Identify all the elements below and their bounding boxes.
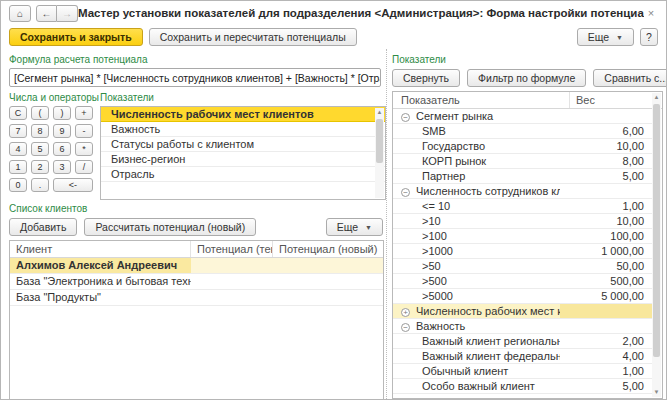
weight-value: 100,00 xyxy=(560,230,652,242)
compare-with-button[interactable]: Сравнить с... xyxy=(593,69,667,87)
table-row[interactable]: SMB6,00 xyxy=(393,124,652,139)
calc-button-C[interactable]: C xyxy=(9,106,27,120)
calc-button-([interactable]: ( xyxy=(31,106,49,120)
clients-table-body: Алхимов Алексей АндреевичБаза "Электрони… xyxy=(10,258,383,306)
list-item[interactable]: Статусы работы с клиентом xyxy=(101,137,385,152)
table-row[interactable]: <= 101,00 xyxy=(393,199,652,214)
scrollbar-thumb[interactable] xyxy=(376,119,383,163)
formula-input[interactable]: [Сегмент рынка] * [Численность сотрудник… xyxy=(9,68,381,87)
close-icon[interactable]: × xyxy=(644,6,658,20)
table-row[interactable]: Алхимов Алексей Андреевич xyxy=(10,258,383,274)
calc-button-3[interactable]: 3 xyxy=(53,160,71,174)
weight-value: 500,00 xyxy=(560,275,652,287)
table-row[interactable]: Важный клиент регионального уровня2,00 xyxy=(393,334,652,349)
table-row[interactable]: >50005 000,00 xyxy=(393,289,652,304)
table-row[interactable]: +Численность рабочих мест клиентов xyxy=(393,304,652,319)
page-title: Мастер установки показателей для подразд… xyxy=(78,7,644,19)
calc-button-2[interactable]: 2 xyxy=(31,160,49,174)
table-row[interactable]: Государство10,00 xyxy=(393,139,652,154)
weights-table-scrollbar[interactable]: ▲ ▼ xyxy=(652,93,661,397)
calc-button-9[interactable]: 9 xyxy=(53,124,71,138)
indicators-list-scrollbar[interactable]: ▲ xyxy=(375,108,384,198)
indicator-label: >1000 xyxy=(393,245,560,257)
column-header-indicator[interactable]: Показатель xyxy=(393,92,570,108)
table-row[interactable]: Обычный клиент1,00 xyxy=(393,364,652,379)
table-row[interactable]: >1010,00 xyxy=(393,214,652,229)
table-cell xyxy=(273,290,383,305)
calc-button-4[interactable]: 4 xyxy=(9,142,27,156)
tree-expanded-icon[interactable]: − xyxy=(401,188,410,197)
filter-by-formula-button[interactable]: Фильтр по формуле xyxy=(467,69,586,87)
save-and-recalc-button[interactable]: Сохранить и пересчитать потенциалы xyxy=(149,28,357,46)
table-row[interactable]: >5050,00 xyxy=(393,259,652,274)
calc-button-)[interactable]: ) xyxy=(53,106,71,120)
calc-button-8[interactable]: 8 xyxy=(31,124,49,138)
clients-table: Клиент Потенциал (текущий) Потенциал (но… xyxy=(9,240,384,400)
calc-button-6[interactable]: 6 xyxy=(53,142,71,156)
table-cell: Алхимов Алексей Андреевич xyxy=(10,258,191,273)
table-row[interactable]: База "Продукты" xyxy=(10,290,383,306)
calc-button-0[interactable]: 0 xyxy=(9,178,27,192)
collapse-button[interactable]: Свернуть xyxy=(392,69,460,87)
column-header-client[interactable]: Клиент xyxy=(10,241,191,257)
calc-potential-button[interactable]: Рассчитать потенциал (новый) xyxy=(84,218,256,236)
indicator-label: >5000 xyxy=(393,290,560,302)
add-client-button[interactable]: Добавить xyxy=(9,218,77,236)
scroll-up-icon[interactable]: ▲ xyxy=(652,93,661,102)
scroll-up-icon[interactable]: ▲ xyxy=(375,108,384,117)
calc-button-*[interactable]: * xyxy=(75,142,93,156)
table-row[interactable]: >500500,00 xyxy=(393,274,652,289)
tree-expanded-icon[interactable]: − xyxy=(401,323,410,332)
table-row[interactable]: Особо важный клиент5,00 xyxy=(393,379,652,394)
indicator-label: +Численность рабочих мест клиентов xyxy=(393,305,560,317)
calc-button-+[interactable]: + xyxy=(75,106,93,120)
home-button[interactable]: ⌂ xyxy=(9,5,31,22)
weights-section-label: Показатели xyxy=(392,54,667,65)
table-row[interactable]: >10001 000,00 xyxy=(393,244,652,259)
table-row[interactable]: >100100,00 xyxy=(393,229,652,244)
scrollbar-thumb[interactable] xyxy=(653,104,660,357)
main-toolbar: Сохранить и закрыть Сохранить и пересчит… xyxy=(1,25,666,49)
main-area: Формула расчета потенциала [Сегмент рынк… xyxy=(1,49,666,400)
weight-value: 5,00 xyxy=(560,170,652,182)
column-header-potential-current[interactable]: Потенциал (текущий) xyxy=(191,241,273,257)
calculator-section-label: Числа и операторы xyxy=(9,92,100,103)
calc-button--[interactable]: - xyxy=(75,124,93,138)
more-button[interactable]: Еще▼ xyxy=(577,28,634,46)
list-item[interactable]: Численность рабочих мест клиентов xyxy=(101,107,385,122)
weights-table-body: −Сегмент рынкаSMB6,00Государство10,00КОР… xyxy=(393,109,652,398)
table-row[interactable]: База "Электроника и бытовая техника" xyxy=(10,274,383,290)
forward-button[interactable]: → xyxy=(57,5,78,22)
weight-value xyxy=(560,304,652,318)
list-item[interactable]: Отрасль xyxy=(101,167,385,182)
calc-button-7[interactable]: 7 xyxy=(9,124,27,138)
calc-button-5[interactable]: 5 xyxy=(31,142,49,156)
weight-value: 10,00 xyxy=(560,215,652,227)
clients-more-button[interactable]: Еще▼ xyxy=(326,218,383,236)
save-and-close-button[interactable]: Сохранить и закрыть xyxy=(9,28,143,46)
column-header-weight[interactable]: Вес xyxy=(570,92,662,108)
back-button[interactable]: ← xyxy=(36,5,57,22)
table-row[interactable]: −Численность сотрудников клиентов xyxy=(393,184,652,199)
title-bar: ⌂ ← → Мастер установки показателей для п… xyxy=(1,1,666,25)
help-button[interactable]: ? xyxy=(640,28,658,46)
tree-collapsed-icon[interactable]: + xyxy=(401,308,410,317)
table-row[interactable]: −Важность xyxy=(393,319,652,334)
tree-expanded-icon[interactable]: − xyxy=(401,113,410,122)
right-panel: Показатели Свернуть Фильтр по формуле Ср… xyxy=(387,49,667,400)
calc-button-/[interactable]: / xyxy=(75,160,93,174)
home-icon: ⌂ xyxy=(17,8,23,19)
table-row[interactable]: −Сегмент рынка xyxy=(393,109,652,124)
list-item[interactable]: Важность xyxy=(101,122,385,137)
column-header-potential-new[interactable]: Потенциал (новый) xyxy=(273,241,383,257)
table-row[interactable]: Важный клиент федерального уровня4,00 xyxy=(393,349,652,364)
indicator-label: Обычный клиент xyxy=(393,365,560,377)
calc-button-.[interactable]: . xyxy=(31,178,49,192)
list-item[interactable]: Бизнес-регион xyxy=(101,152,385,167)
scroll-down-icon[interactable]: ▼ xyxy=(652,388,661,397)
weight-value: 4,00 xyxy=(560,350,652,362)
table-row[interactable]: Партнер5,00 xyxy=(393,169,652,184)
calc-button-1[interactable]: 1 xyxy=(9,160,27,174)
table-row[interactable]: КОРП рынок8,00 xyxy=(393,154,652,169)
calc-backspace-button[interactable]: <- xyxy=(53,178,93,192)
